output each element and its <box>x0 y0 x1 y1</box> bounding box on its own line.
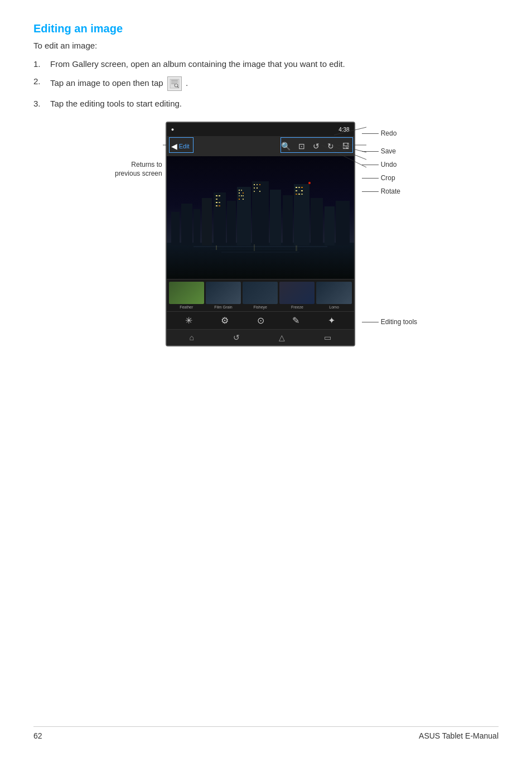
tools-row: ✳ ⚙ ⊙ ✎ ✦ <box>167 311 354 329</box>
phone-diagram-wrapper: ● 4:38 ◀ Edit 🔍 ⊡ ↺ ↻ 🖫 <box>166 122 355 346</box>
filter-label-lomo: Lomo <box>329 305 339 309</box>
filter-label-filmgrain: Film Grain <box>214 305 232 309</box>
svg-rect-21 <box>336 201 350 245</box>
brightness-icon[interactable]: ✳ <box>185 315 192 326</box>
undo-icon[interactable]: ↺ <box>313 142 320 151</box>
steps-list: 1. From Gallery screen, open an album co… <box>33 59 499 108</box>
svg-rect-42 <box>257 187 258 189</box>
intro-text: To edit an image: <box>33 41 499 50</box>
svg-rect-27 <box>216 205 217 206</box>
svg-rect-23 <box>219 195 220 196</box>
redo-label-item: Redo <box>362 129 417 137</box>
step-3-num: 3. <box>33 99 50 108</box>
crop-line <box>362 178 379 179</box>
svg-rect-17 <box>283 195 293 245</box>
filter-thumb-img-fisheye <box>243 282 278 304</box>
svg-rect-34 <box>241 195 242 196</box>
svg-rect-36 <box>239 199 240 200</box>
save-label: Save <box>381 147 396 155</box>
filter-lomo[interactable]: Lomo <box>316 282 351 309</box>
svg-rect-24 <box>216 199 217 200</box>
step-3: 3. Tap the editing tools to start editin… <box>33 99 499 108</box>
filter-thumb-img-freeze <box>279 282 315 304</box>
step-1: 1. From Gallery screen, open an album co… <box>33 59 499 69</box>
filter-fisheye[interactable]: Fisheye <box>243 282 278 309</box>
nav-share-icon[interactable]: △ <box>279 333 285 342</box>
step-3-text: Tap the editing tools to start editing. <box>50 99 499 108</box>
previous-screen-label: previous screen <box>115 170 162 179</box>
footer-page-number: 62 <box>33 731 42 740</box>
svg-rect-57 <box>216 245 217 250</box>
editing-tools-label: Editing tools <box>381 318 417 326</box>
svg-rect-33 <box>239 195 240 196</box>
back-button[interactable]: ◀ Edit <box>171 142 190 151</box>
filter-row: Feather Film Grain Fisheye Freeze Lomo <box>167 279 354 311</box>
svg-rect-28 <box>219 205 220 206</box>
toolbar-icons: 🔍 ⊡ ↺ ↻ 🖫 <box>281 142 350 151</box>
bottom-nav: ⌂ ↺ △ ▭ <box>167 329 354 345</box>
svg-rect-13 <box>227 201 236 245</box>
filter-feather[interactable]: Feather <box>169 282 204 309</box>
svg-rect-32 <box>243 192 244 194</box>
step-2-text: Tap an image to open then tap . <box>50 76 499 91</box>
zoom-icon[interactable]: 🔍 <box>281 142 291 151</box>
svg-rect-30 <box>241 190 242 191</box>
svg-rect-16 <box>270 190 281 245</box>
svg-rect-39 <box>257 184 258 185</box>
crop-icon[interactable]: ⊡ <box>298 142 305 151</box>
phone-toolbar: ◀ Edit 🔍 ⊡ ↺ ↻ 🖫 <box>167 136 354 156</box>
svg-point-53 <box>308 182 311 184</box>
status-bar-left: ● <box>171 127 174 132</box>
back-arrow-icon: ◀ <box>171 142 177 151</box>
effects-icon[interactable]: ⚙ <box>221 315 229 326</box>
svg-rect-26 <box>219 202 220 203</box>
diagram-area: Returns to previous screen ● 4:38 ◀ Edit <box>33 122 499 346</box>
step-1-num: 1. <box>33 59 50 69</box>
nav-home-icon[interactable]: ⌂ <box>190 333 194 342</box>
crop-label: Crop <box>381 174 395 182</box>
footer-manual-title: ASUS Tablet E-Manual <box>419 731 499 740</box>
filter-freeze[interactable]: Freeze <box>279 282 315 309</box>
right-labels: Redo Save Undo Crop Rotate Editing tools <box>362 127 417 326</box>
edit-label: Edit <box>179 143 190 150</box>
status-bar: ● 4:38 <box>167 123 354 136</box>
editing-tools-line <box>362 322 379 322</box>
main-image <box>167 156 354 279</box>
redo-icon[interactable]: ↻ <box>327 142 334 151</box>
camera-icon[interactable]: ⊙ <box>257 315 264 326</box>
sparkle-icon[interactable]: ✦ <box>328 315 335 326</box>
svg-rect-45 <box>296 187 297 188</box>
svg-rect-44 <box>259 191 260 192</box>
svg-rect-10 <box>194 209 200 245</box>
svg-rect-11 <box>202 198 212 245</box>
filter-thumb-img-feather <box>169 282 204 304</box>
svg-rect-59 <box>296 245 297 251</box>
svg-rect-37 <box>243 199 244 200</box>
svg-rect-25 <box>216 202 217 203</box>
svg-rect-49 <box>301 190 303 191</box>
svg-rect-48 <box>296 190 297 191</box>
left-labels: Returns to previous screen <box>115 161 162 178</box>
svg-rect-47 <box>301 187 303 188</box>
svg-rect-43 <box>254 191 255 192</box>
step-1-text: From Gallery screen, open an album conta… <box>50 59 499 69</box>
save-label-item: Save <box>362 147 417 155</box>
save-icon[interactable]: 🖫 <box>342 142 350 151</box>
filter-thumb-img-filmgrain <box>206 282 241 304</box>
filter-label-feather: Feather <box>180 305 193 309</box>
nav-layers-icon[interactable]: ▭ <box>324 333 331 342</box>
svg-rect-9 <box>181 204 192 245</box>
svg-rect-20 <box>325 206 335 245</box>
svg-rect-22 <box>216 195 217 196</box>
svg-rect-12 <box>214 192 226 245</box>
svg-rect-31 <box>239 192 240 194</box>
crop-label-item: Crop <box>362 174 417 182</box>
filter-filmgrain[interactable]: Film Grain <box>206 282 241 309</box>
nav-undo-icon[interactable]: ↺ <box>233 333 240 342</box>
svg-rect-58 <box>254 244 255 251</box>
pencil-icon[interactable]: ✎ <box>292 315 299 326</box>
svg-rect-50 <box>296 194 297 195</box>
svg-rect-35 <box>243 195 244 196</box>
filter-label-fisheye: Fisheye <box>253 305 267 309</box>
svg-rect-41 <box>254 187 255 189</box>
